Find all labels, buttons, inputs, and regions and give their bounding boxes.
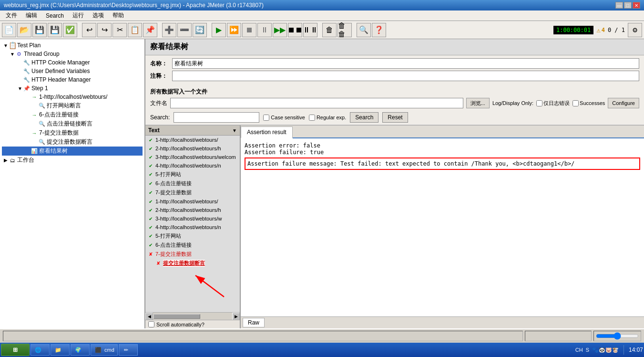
open-button[interactable]: 📂	[17, 23, 31, 37]
regular-exp-checkbox[interactable]	[309, 115, 315, 121]
tree-item-threadgroup[interactable]: ▼ ⚙ Thread Group	[2, 50, 143, 58]
menu-edit[interactable]: 编辑	[22, 10, 41, 21]
menu-options[interactable]: 选项	[89, 10, 108, 21]
browse-button[interactable]: 浏览...	[466, 98, 490, 108]
list-header: Text ▼	[145, 126, 240, 136]
successes-option[interactable]: Successes	[572, 100, 605, 106]
help-button[interactable]: ❓	[372, 23, 386, 37]
list-item[interactable]: ✔ 4-http://localhost/webtours/n	[145, 223, 240, 231]
list-item[interactable]: ✔ 3-http://localhost/webtours/welcom	[145, 153, 240, 161]
list-item[interactable]: ✔ 3-http://localhost/webtours/w	[145, 214, 240, 223]
tree-item-opensite[interactable]: 🔍 打开网站断言	[2, 101, 143, 110]
log-errors-option[interactable]: 仅日志错误	[536, 100, 570, 107]
maximize-button[interactable]: □	[624, 2, 632, 9]
list-item[interactable]: ✔ 6-点击注册链接	[145, 241, 240, 250]
list-item-assert-error[interactable]: ✘ 提交注册数据断言	[145, 259, 240, 268]
remote-shutdown-button[interactable]: ⏸⏸	[303, 23, 317, 37]
expand-icon: ▼	[17, 86, 23, 91]
list-item[interactable]: ✔ 2-http://localhost/webtours/h	[145, 206, 240, 214]
tree-item-reglink[interactable]: → 6-点击注册链接	[2, 110, 143, 119]
settings-button[interactable]: ⚙	[628, 23, 642, 37]
log-errors-checkbox[interactable]	[536, 100, 542, 106]
list-item[interactable]: ✔ 6-点击注册链接	[145, 179, 240, 188]
taskbar-item-cmd[interactable]: ⬛ cmd	[91, 344, 118, 356]
tree-item-header[interactable]: 🔧 HTTP Header Manager	[2, 75, 143, 84]
tree-item-submitreg[interactable]: → 7-提交注册数据	[2, 128, 143, 137]
tree-item-uservars[interactable]: 🔧 User Defined Variables	[2, 67, 143, 75]
new-button[interactable]: 📄	[2, 23, 16, 37]
close-button[interactable]: ✕	[633, 2, 640, 9]
log-display-label: Log/Display Only:	[492, 100, 533, 106]
shutdown-button[interactable]: ⏸	[257, 23, 272, 37]
tree-item-submitreg-assert[interactable]: 🔍 提交注册数据断言	[2, 137, 143, 147]
tree-item-testplan[interactable]: ▼ 📋 Test Plan	[2, 41, 143, 50]
search-button[interactable]: Search	[350, 112, 378, 123]
tree-item-reglink-assert[interactable]: 🔍 点击注册链接断言	[2, 119, 143, 128]
regular-exp-option[interactable]: Regular exp.	[309, 115, 346, 121]
dropdown-icon[interactable]: ▼	[232, 128, 237, 133]
menu-run[interactable]: 运行	[69, 10, 88, 21]
status-slider[interactable]	[596, 332, 639, 340]
list-item[interactable]: ✔ 5-打开网站	[145, 231, 240, 241]
tree-label: 6-点击注册链接	[39, 111, 79, 119]
run-no-pause-button[interactable]: ⏩	[227, 23, 241, 37]
tree-item-resultstree[interactable]: 📊 察看结果树	[2, 147, 143, 156]
list-item-error[interactable]: ✘ 7-提交注册数据	[145, 250, 240, 259]
tree-item-cookie[interactable]: 🔧 HTTP Cookie Manager	[2, 58, 143, 67]
start-button[interactable]: ⊞	[1, 344, 30, 356]
copy-button[interactable]: 📋	[128, 23, 142, 37]
scroll-thumb[interactable]	[153, 314, 200, 319]
case-sensitive-checkbox[interactable]	[263, 115, 269, 121]
menu-help[interactable]: 帮助	[109, 10, 128, 21]
list-item-label-error: 7-提交注册数据	[155, 251, 192, 258]
remote-start-button[interactable]: ▶▶	[273, 23, 287, 37]
list-item[interactable]: ✔ 1-http://localhost/webtours/	[145, 136, 240, 144]
name-input[interactable]	[172, 58, 639, 69]
taskbar-item-explorer[interactable]: 📁	[51, 344, 70, 356]
list-item[interactable]: ✔ 5-打开网站	[145, 170, 240, 179]
file-input[interactable]	[170, 98, 463, 108]
save-button[interactable]: 💾	[32, 23, 47, 37]
clear-button[interactable]: 🗑	[322, 23, 337, 37]
taskbar-item-jmeter[interactable]: ✏	[119, 344, 138, 356]
name-row: 名称：	[150, 58, 639, 69]
reset-button[interactable]: Reset	[382, 112, 408, 123]
tab-assertion-result[interactable]: Assertion result	[241, 126, 293, 138]
toggle-button[interactable]: 🔄	[193, 23, 207, 37]
list-item[interactable]: ✔ 4-http://localhost/webtours/n	[145, 161, 240, 170]
horizontal-scrollbar[interactable]: ◀ ▶	[145, 312, 240, 320]
tree-item-workbench[interactable]: ▶ 🗂 工作台	[2, 156, 143, 165]
configure-button[interactable]: Configure	[608, 98, 639, 108]
search-input[interactable]	[174, 112, 259, 123]
minimize-button[interactable]: —	[615, 2, 623, 9]
comment-input[interactable]	[172, 71, 639, 81]
taskbar-item-ie[interactable]: 🌐	[31, 344, 50, 356]
cut-button[interactable]: ✂	[112, 23, 127, 37]
taskbar-item-chrome[interactable]: 🌍	[71, 344, 90, 356]
case-sensitive-option[interactable]: Case sensitive	[263, 115, 305, 121]
list-item[interactable]: ✔ 2-http://localhost/webtours/h	[145, 144, 240, 153]
redo-button[interactable]: ↪	[97, 23, 112, 37]
stop-button[interactable]: ⏹	[242, 23, 256, 37]
collapse-button[interactable]: ➖	[177, 23, 192, 37]
tree-item-step1[interactable]: ▼ 📌 Step 1	[2, 84, 143, 93]
remote-stop-button[interactable]: ⏹⏹	[288, 23, 302, 37]
paste-button[interactable]: 📌	[143, 23, 157, 37]
list-item[interactable]: ✔ 1-http://localhost/webtours/	[145, 197, 240, 206]
save-as-button[interactable]: 💾	[48, 23, 62, 37]
tree-item-http1[interactable]: → 1-http://localhost/webtours/	[2, 93, 143, 101]
expand-button[interactable]: ➕	[162, 23, 176, 37]
auto-scroll-checkbox[interactable]	[148, 321, 154, 327]
scroll-left-btn[interactable]: ◀	[145, 313, 153, 320]
list-item[interactable]: ✔ 7-提交注册数据	[145, 188, 240, 197]
undo-button[interactable]: ↩	[82, 23, 96, 37]
menu-search[interactable]: Search	[42, 11, 68, 20]
menu-file[interactable]: 文件	[2, 10, 21, 21]
check-button[interactable]: ✅	[63, 23, 77, 37]
browse-button[interactable]: 🔍	[357, 23, 371, 37]
tab-raw[interactable]: Raw	[243, 318, 265, 327]
run-button[interactable]: ▶	[212, 23, 226, 37]
successes-checkbox[interactable]	[572, 100, 579, 106]
scroll-right-btn[interactable]: ▶	[232, 313, 240, 320]
clear-all-button[interactable]: 🗑🗑	[337, 23, 352, 37]
